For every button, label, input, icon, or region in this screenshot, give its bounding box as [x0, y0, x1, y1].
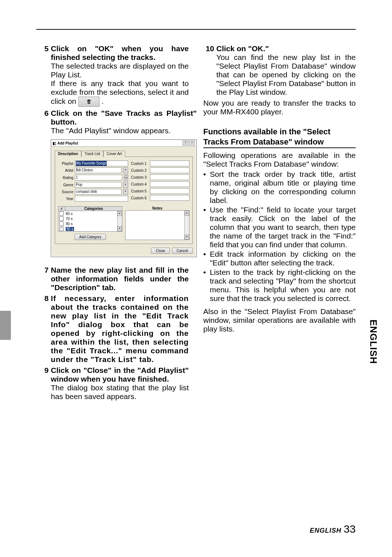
step-number: 6	[36, 109, 51, 264]
dropdown-icon[interactable]: ▾	[123, 182, 128, 188]
tab-cover-art[interactable]: Cover Art	[103, 151, 125, 157]
bullet-item: •Listen to the track by right-clicking o…	[203, 268, 356, 303]
step-text: The dialog box stating that the play lis…	[51, 383, 189, 401]
step-number: 5	[36, 44, 51, 107]
bullet-item: •Use the "Find:" field to locate your ta…	[203, 206, 356, 249]
page-footer: ENGLISH 33	[310, 523, 356, 535]
step-text-fragment: If there is any track that you want to e…	[51, 79, 189, 105]
close-icon[interactable]: ×	[189, 141, 195, 146]
categories-list[interactable]: 60 s 70 s 80 s ✓90 s ▴▾	[58, 211, 122, 232]
custom-input[interactable]	[150, 174, 189, 180]
close-button[interactable]: Close	[151, 248, 170, 254]
rating-input[interactable]: 1	[75, 175, 122, 180]
custom-input[interactable]	[150, 181, 189, 187]
custom-label: Custom 3	[131, 175, 148, 179]
scrollbar[interactable]: ▴▾	[117, 211, 122, 231]
custom-input[interactable]	[150, 195, 189, 201]
dialog-titlebar: ◧ Add Playlist ? ×	[51, 140, 196, 147]
step-title: Click on "OK" when you have finished sel…	[51, 44, 189, 62]
tab-track-list[interactable]: Track List	[81, 151, 103, 157]
bullet-text: Use the "Find:" field to locate your tar…	[210, 206, 356, 249]
tab-panel-description: Playlist My Favorite Songs Artist Bill C…	[55, 156, 193, 244]
bullet-list: •Sort the track order by track title, ar…	[203, 170, 356, 303]
step-8: 8 If necessary, enter information about …	[36, 294, 189, 364]
delete-button-icon	[78, 97, 99, 107]
bullet-text: Sort the track order by track title, art…	[210, 170, 356, 205]
step-title: Click on the "Save Tracks as Playlist" b…	[51, 109, 197, 126]
year-input[interactable]	[75, 196, 128, 202]
step-title: If necessary, enter information about th…	[51, 294, 189, 364]
step-text: The selected tracks are displayed on the…	[51, 62, 189, 79]
footer-language: ENGLISH	[310, 527, 341, 534]
footer-page-number: 33	[344, 523, 356, 535]
bullet-text: Edit track information by clicking on th…	[210, 250, 356, 267]
source-input[interactable]: compact disk	[75, 189, 122, 195]
field-label: Genre	[58, 183, 73, 187]
left-column: 5 Click on "OK" when you have finished s…	[36, 44, 189, 403]
scrollbar[interactable]: ▴▾	[184, 211, 189, 240]
manual-page: ENGLISH 5 Click on "OK" when you have fi…	[0, 0, 392, 557]
top-rule	[36, 29, 356, 30]
tab-description[interactable]: Description	[55, 151, 81, 157]
help-button[interactable]: ?	[183, 141, 188, 146]
bullet-text: Listen to the track by right-clicking on…	[210, 268, 356, 303]
paragraph: Now you are ready to transfer the tracks…	[203, 99, 356, 116]
step-text: If there is any track that you want to e…	[51, 79, 189, 107]
add-playlist-dialog: ◧ Add Playlist ? ×	[51, 139, 197, 257]
paragraph: Following operations are available in th…	[203, 151, 356, 168]
custom-label: Custom 6	[131, 196, 148, 200]
add-category-button[interactable]: Add Category	[74, 234, 106, 240]
add-playlist-figure: ◧ Add Playlist ? ×	[51, 139, 197, 257]
dialog-title-text: Add Playlist	[57, 141, 78, 145]
custom-input[interactable]	[150, 188, 189, 194]
custom-label: Custom 5	[131, 189, 148, 193]
step-title: Click on "Close" in the "Add Playlist" w…	[51, 366, 189, 383]
bullet-item: •Edit track information by clicking on t…	[203, 250, 356, 267]
step-text: The "Add Playlist" window appears.	[51, 126, 197, 135]
dropdown-icon[interactable]: ▾	[123, 189, 128, 195]
playlist-input[interactable]: My Favorite Songs	[75, 160, 128, 166]
artist-input[interactable]: Bill Clinton	[75, 167, 122, 173]
categories-panel: ✓ Categories 60 s 70 s 80 s	[58, 206, 122, 240]
field-label: Source	[58, 190, 73, 194]
step-10: 10 Click on "OK." You can find the new p…	[203, 44, 356, 97]
custom-input[interactable]	[150, 160, 189, 166]
category-item[interactable]: ✓90 s	[58, 226, 122, 231]
field-label: Year	[58, 197, 73, 201]
section-heading-line2: Tracks From Database" window	[203, 137, 356, 148]
dialog-tabs: Description Track List Cover Art	[55, 151, 193, 157]
step-title: Name the new play list and fill in the o…	[51, 266, 189, 292]
notes-header: Notes	[125, 206, 189, 210]
custom-label: Custom 2	[131, 168, 148, 172]
trash-icon	[86, 99, 92, 105]
custom-input[interactable]	[150, 167, 189, 173]
paragraph: Also in the "Select Playlist From Databa…	[203, 307, 356, 333]
genre-input[interactable]: Pop	[75, 182, 122, 188]
field-label: Playlist	[58, 162, 73, 166]
section-heading-line1: Functions available in the "Select	[203, 127, 356, 137]
category-item[interactable]: 70 s	[58, 216, 122, 221]
content-columns: 5 Click on "OK" when you have finished s…	[36, 44, 356, 403]
custom-label: Custom 1	[131, 162, 148, 166]
app-icon: ◧	[53, 141, 56, 145]
notes-textarea[interactable]: ▴▾	[125, 210, 189, 240]
dropdown-icon[interactable]: ▾	[123, 167, 128, 173]
field-label: Rating	[58, 176, 73, 180]
cancel-button[interactable]: Cancel	[172, 248, 193, 254]
step-7: 7 Name the new play list and fill in the…	[36, 266, 189, 292]
category-item[interactable]: 60 s	[58, 211, 122, 216]
categories-header: ✓ Categories	[58, 206, 122, 211]
steps-list-left: 5 Click on "OK" when you have finished s…	[36, 44, 189, 401]
field-label: Artist	[58, 168, 73, 172]
step-6: 6 Click on the "Save Tracks as Playlist"…	[36, 109, 189, 264]
step-5: 5 Click on "OK" when you have finished s…	[36, 44, 189, 107]
bullet-item: •Sort the track order by track title, ar…	[203, 170, 356, 205]
steps-list-right: 10 Click on "OK." You can find the new p…	[203, 44, 356, 97]
categories-column-header: Categories	[65, 207, 122, 211]
step-title: Click on "OK."	[216, 44, 356, 53]
check-column-header: ✓	[58, 207, 65, 211]
spinner-control[interactable]: ▴▾	[124, 174, 128, 181]
step-9: 9 Click on "Close" in the "Add Playlist"…	[36, 366, 189, 401]
category-item[interactable]: 80 s	[58, 221, 122, 226]
step-text-fragment: .	[102, 97, 104, 105]
